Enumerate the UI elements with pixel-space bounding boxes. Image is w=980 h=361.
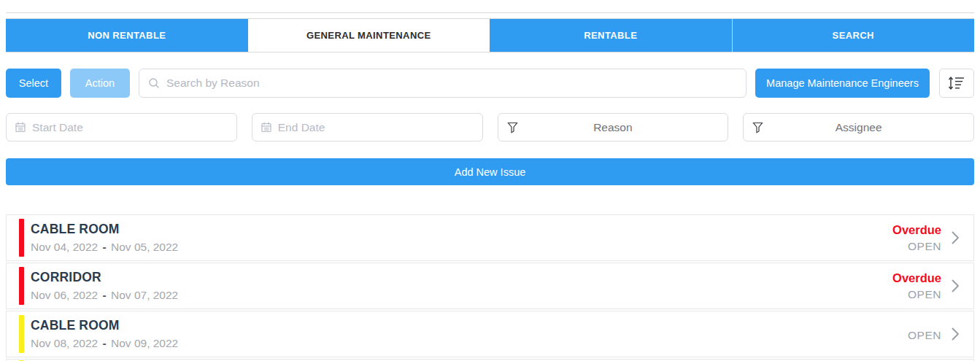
overdue-label: Overdue [892,223,941,237]
calendar-icon [261,122,271,133]
tab-general-maintenance[interactable]: GENERAL MAINTENANCE [248,19,490,52]
filter-funnel-icon [752,122,763,133]
issue-main: CABLE ROOM Nov 08, 2022 - Nov 09, 2022 [31,311,908,357]
chevron-right-icon[interactable] [952,311,963,357]
issue-end-date: Nov 05, 2022 [111,241,178,253]
issue-row[interactable]: CORRIDOR Nov 06, 2022 - Nov 07, 2022 Ove… [6,263,974,309]
tab-non-rentable[interactable]: NON RENTABLE [6,19,248,52]
status-badge: OPEN [908,288,941,301]
search-icon [148,77,160,89]
reason-filter[interactable]: Reason [498,113,729,141]
search-input[interactable] [166,77,737,90]
select-button[interactable]: Select [6,69,61,98]
priority-marker [19,315,24,353]
issue-list: CABLE ROOM Nov 04, 2022 - Nov 05, 2022 O… [6,214,974,361]
issue-row[interactable]: CABLE ROOM Nov 08, 2022 - Nov 09, 2022 O… [6,311,974,357]
issue-title: CORRIDOR [31,270,892,285]
reason-filter-label: Reason [498,121,728,134]
sort-lines-icon [948,75,965,91]
issue-dates: Nov 06, 2022 - Nov 07, 2022 [31,289,892,302]
issue-start-date: Nov 06, 2022 [31,289,98,301]
tab-bar: NON RENTABLE GENERAL MAINTENANCE RENTABL… [6,18,974,53]
manage-maintenance-engineers-button[interactable]: Manage Maintenance Engineers [755,69,930,98]
overdue-label: Overdue [892,271,941,285]
filter-row: Start Date End Date Reason [6,113,974,141]
sort-button[interactable] [939,69,974,98]
end-date-placeholder: End Date [278,121,325,134]
issue-start-date: Nov 04, 2022 [31,241,98,253]
start-date-placeholder: Start Date [32,121,83,134]
issue-status: OPEN [908,311,941,357]
calendar-icon [15,122,26,133]
issue-end-date: Nov 07, 2022 [111,289,178,301]
filter-funnel-icon [507,122,518,133]
status-badge: OPEN [908,240,941,253]
issue-status: Overdue OPEN [892,215,941,260]
issue-status: Overdue OPEN [892,263,941,308]
search-box[interactable] [139,69,746,98]
tab-rentable[interactable]: RENTABLE [490,19,732,52]
issue-main: CABLE ROOM Nov 04, 2022 - Nov 05, 2022 [31,215,892,260]
chevron-right-icon[interactable] [952,263,963,308]
top-divider [6,12,974,13]
issue-title: CABLE ROOM [31,318,908,333]
issue-dates: Nov 04, 2022 - Nov 05, 2022 [31,241,892,254]
date-separator: - [101,289,108,301]
assignee-filter-label: Assignee [744,121,973,134]
date-separator: - [101,241,108,253]
chevron-right-icon[interactable] [952,215,963,260]
issue-title: CABLE ROOM [31,222,892,237]
issue-dates: Nov 08, 2022 - Nov 09, 2022 [31,337,908,350]
issue-main: CORRIDOR Nov 06, 2022 - Nov 07, 2022 [31,263,892,308]
add-new-issue-button[interactable]: Add New Issue [6,158,974,185]
maintenance-page: NON RENTABLE GENERAL MAINTENANCE RENTABL… [0,12,980,361]
issue-row[interactable]: CABLE ROOM Nov 04, 2022 - Nov 05, 2022 O… [6,214,974,261]
issue-end-date: Nov 09, 2022 [111,337,178,349]
toolbar: Select Action Manage Maintenance Enginee… [6,69,974,98]
action-button[interactable]: Action [70,69,130,98]
issue-start-date: Nov 08, 2022 [31,337,98,349]
tab-search[interactable]: SEARCH [732,19,975,52]
start-date-field[interactable]: Start Date [6,113,237,141]
assignee-filter[interactable]: Assignee [743,113,974,141]
date-separator: - [101,337,108,349]
end-date-field[interactable]: End Date [252,113,483,141]
priority-marker [19,267,24,305]
priority-marker [19,219,24,257]
status-badge: OPEN [908,329,941,342]
